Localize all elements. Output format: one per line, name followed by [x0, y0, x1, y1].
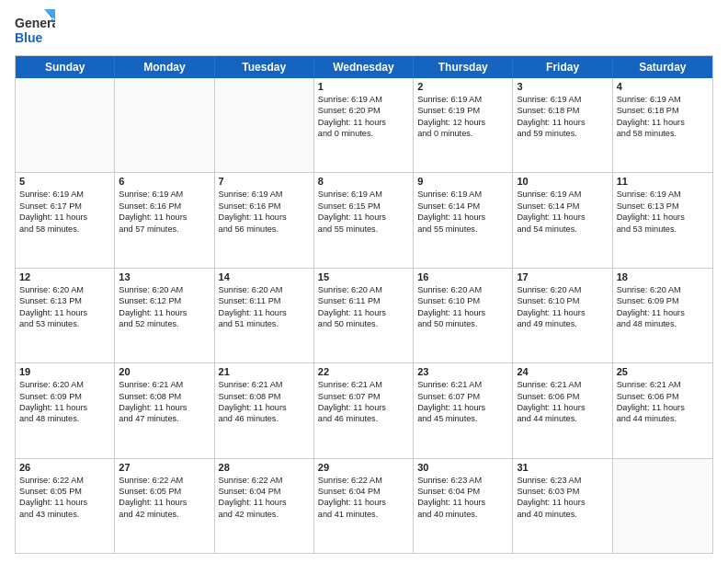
- svg-text:Blue: Blue: [15, 30, 43, 45]
- cal-cell: 21Sunrise: 6:21 AMSunset: 6:08 PMDayligh…: [215, 363, 314, 457]
- cell-info-line: Sunset: 6:13 PM: [617, 201, 709, 212]
- cell-info-line: and 53 minutes.: [617, 224, 709, 235]
- cell-info-line: Sunset: 6:08 PM: [219, 391, 310, 402]
- day-number: 7: [219, 176, 310, 187]
- cell-info-line: Sunrise: 6:19 AM: [219, 189, 310, 200]
- header-day-friday: Friday: [513, 56, 612, 78]
- cell-info-line: Daylight: 11 hours: [119, 212, 210, 223]
- header-day-wednesday: Wednesday: [314, 56, 414, 78]
- cell-info-line: Sunset: 6:12 PM: [119, 295, 210, 306]
- cell-info-line: Daylight: 11 hours: [119, 497, 210, 508]
- cell-info-line: Sunrise: 6:20 AM: [417, 284, 508, 295]
- cal-cell: 28Sunrise: 6:22 AMSunset: 6:04 PMDayligh…: [215, 459, 314, 553]
- cell-info-line: Sunrise: 6:21 AM: [517, 379, 608, 390]
- day-number: 15: [318, 271, 409, 282]
- cal-cell: 16Sunrise: 6:20 AMSunset: 6:10 PMDayligh…: [414, 269, 513, 362]
- calendar: SundayMondayTuesdayWednesdayThursdayFrid…: [15, 55, 713, 554]
- cell-info-line: Sunrise: 6:19 AM: [318, 94, 409, 105]
- svg-text:General: General: [15, 16, 55, 30]
- cell-info-line: Sunset: 6:18 PM: [617, 105, 709, 116]
- cell-info-line: Sunrise: 6:19 AM: [417, 189, 508, 200]
- cell-info-line: Sunset: 6:05 PM: [19, 486, 110, 497]
- cal-row-2: 12Sunrise: 6:20 AMSunset: 6:13 PMDayligh…: [16, 268, 712, 362]
- calendar-header: SundayMondayTuesdayWednesdayThursdayFrid…: [16, 56, 712, 78]
- cal-cell: 3Sunrise: 6:19 AMSunset: 6:18 PMDaylight…: [513, 78, 612, 172]
- cell-info-line: and 0 minutes.: [318, 128, 409, 139]
- cell-info-line: Sunrise: 6:23 AM: [517, 475, 608, 486]
- header-day-tuesday: Tuesday: [215, 56, 314, 78]
- page: GeneralBlue SundayMondayTuesdayWednesday…: [0, 0, 728, 563]
- cell-info-line: Sunset: 6:10 PM: [517, 295, 608, 306]
- cell-info-line: and 52 minutes.: [119, 318, 210, 329]
- cell-info-line: Daylight: 12 hours: [417, 117, 508, 128]
- cell-info-line: Sunset: 6:20 PM: [318, 105, 409, 116]
- cell-info-line: Sunset: 6:06 PM: [517, 391, 608, 402]
- day-number: 6: [119, 176, 210, 187]
- cell-info-line: Sunset: 6:04 PM: [318, 486, 409, 497]
- cell-info-line: and 43 minutes.: [19, 509, 110, 520]
- header-day-monday: Monday: [115, 56, 214, 78]
- cal-cell: 14Sunrise: 6:20 AMSunset: 6:11 PMDayligh…: [215, 269, 314, 362]
- day-number: 2: [417, 81, 508, 92]
- cell-info-line: Daylight: 11 hours: [119, 402, 210, 413]
- cell-info-line: Sunset: 6:14 PM: [517, 201, 608, 212]
- cell-info-line: and 48 minutes.: [617, 318, 709, 329]
- cell-info-line: and 50 minutes.: [318, 318, 409, 329]
- cell-info-line: and 55 minutes.: [417, 224, 508, 235]
- cell-info-line: Daylight: 11 hours: [19, 307, 110, 318]
- cal-cell: 10Sunrise: 6:19 AMSunset: 6:14 PMDayligh…: [513, 173, 612, 267]
- cal-cell: 24Sunrise: 6:21 AMSunset: 6:06 PMDayligh…: [513, 363, 612, 457]
- day-number: 30: [417, 462, 508, 473]
- cell-info-line: and 47 minutes.: [119, 413, 210, 424]
- day-number: 25: [617, 366, 709, 377]
- day-number: 11: [617, 176, 709, 187]
- cell-info-line: Daylight: 11 hours: [318, 117, 409, 128]
- cal-row-4: 26Sunrise: 6:22 AMSunset: 6:05 PMDayligh…: [16, 458, 712, 553]
- cell-info-line: and 44 minutes.: [617, 413, 709, 424]
- cell-info-line: and 40 minutes.: [517, 509, 608, 520]
- cell-info-line: Daylight: 11 hours: [517, 497, 608, 508]
- cal-cell: 6Sunrise: 6:19 AMSunset: 6:16 PMDaylight…: [115, 173, 214, 267]
- day-number: 24: [517, 366, 608, 377]
- cell-info-line: and 48 minutes.: [19, 413, 110, 424]
- cal-cell: 1Sunrise: 6:19 AMSunset: 6:20 PMDaylight…: [314, 78, 414, 172]
- cell-info-line: Sunrise: 6:20 AM: [318, 284, 409, 295]
- cell-info-line: and 0 minutes.: [417, 128, 508, 139]
- cell-info-line: Sunset: 6:09 PM: [19, 391, 110, 402]
- cal-cell: [613, 459, 712, 553]
- cell-info-line: Daylight: 11 hours: [318, 497, 409, 508]
- cell-info-line: Sunrise: 6:19 AM: [517, 189, 608, 200]
- cell-info-line: Sunrise: 6:19 AM: [19, 189, 110, 200]
- cal-cell: 8Sunrise: 6:19 AMSunset: 6:15 PMDaylight…: [314, 173, 414, 267]
- cell-info-line: Daylight: 11 hours: [219, 307, 310, 318]
- cell-info-line: Sunrise: 6:23 AM: [417, 475, 508, 486]
- cell-info-line: Sunrise: 6:21 AM: [318, 379, 409, 390]
- cell-info-line: and 56 minutes.: [219, 224, 310, 235]
- cal-row-1: 5Sunrise: 6:19 AMSunset: 6:17 PMDaylight…: [16, 172, 712, 267]
- header-day-saturday: Saturday: [613, 56, 712, 78]
- cell-info-line: and 44 minutes.: [517, 413, 608, 424]
- day-number: 4: [617, 81, 709, 92]
- cell-info-line: Sunset: 6:15 PM: [318, 201, 409, 212]
- day-number: 29: [318, 462, 409, 473]
- cell-info-line: and 40 minutes.: [417, 509, 508, 520]
- cell-info-line: and 55 minutes.: [318, 224, 409, 235]
- cell-info-line: and 54 minutes.: [517, 224, 608, 235]
- cell-info-line: and 45 minutes.: [417, 413, 508, 424]
- cell-info-line: Sunset: 6:07 PM: [318, 391, 409, 402]
- day-number: 8: [318, 176, 409, 187]
- cell-info-line: Sunrise: 6:20 AM: [517, 284, 608, 295]
- cell-info-line: Sunrise: 6:21 AM: [417, 379, 508, 390]
- cell-info-line: Sunset: 6:17 PM: [19, 201, 110, 212]
- cal-cell: 20Sunrise: 6:21 AMSunset: 6:08 PMDayligh…: [115, 363, 214, 457]
- day-number: 12: [19, 271, 110, 282]
- cell-info-line: Sunrise: 6:20 AM: [19, 379, 110, 390]
- cal-cell: [115, 78, 214, 172]
- cell-info-line: Sunrise: 6:20 AM: [617, 284, 709, 295]
- cell-info-line: Sunrise: 6:19 AM: [617, 94, 709, 105]
- cell-info-line: Sunset: 6:10 PM: [417, 295, 508, 306]
- cell-info-line: Sunset: 6:04 PM: [417, 486, 508, 497]
- cell-info-line: Sunrise: 6:21 AM: [219, 379, 310, 390]
- cell-info-line: Daylight: 11 hours: [617, 212, 709, 223]
- cal-cell: 19Sunrise: 6:20 AMSunset: 6:09 PMDayligh…: [16, 363, 115, 457]
